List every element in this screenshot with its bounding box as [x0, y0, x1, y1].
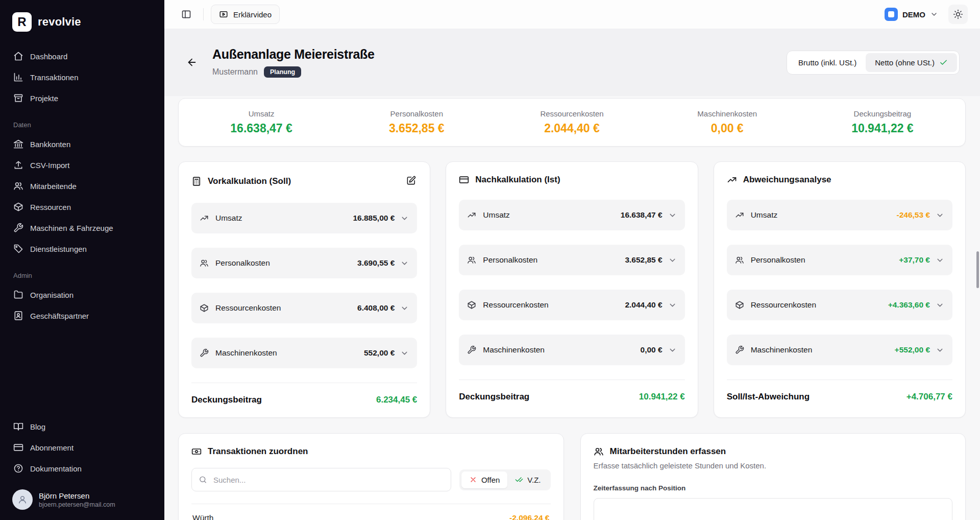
netto-toggle-button[interactable]: Netto (ohne USt.) — [866, 53, 957, 72]
package-icon — [200, 303, 209, 313]
row-value: 2.044,40 € — [625, 300, 662, 310]
revolvie-logo-icon: R — [12, 12, 32, 32]
row-label: Umsatz — [751, 210, 778, 220]
sidebar-item-maschinen-fahrzeuge[interactable]: Maschinen & Fahrzeuge — [8, 218, 156, 238]
sidebar-item-geschaeftspartner[interactable]: Geschäftspartner — [8, 305, 156, 326]
sidebar: R revolvie Dashboard Transaktionen Proje… — [0, 0, 164, 520]
precalc-row-maschinenkosten[interactable]: Maschinenkosten 552,00 € — [191, 338, 417, 368]
card-title: Transaktionen zuordnen — [208, 446, 308, 457]
main-area: Erklärvideo DEMO Außenanlage Meiereistra… — [164, 0, 980, 520]
sidebar-section-daten: Daten — [13, 121, 151, 129]
sidebar-nav: Dashboard Transaktionen Projekte Daten B… — [8, 46, 156, 326]
filter-vz-button[interactable]: V.Z. — [507, 471, 548, 488]
video-icon — [219, 10, 228, 19]
sidebar-item-projekte[interactable]: Projekte — [8, 88, 156, 108]
deviation-footer: Soll/Ist-Abweichung +4.706,77 € — [727, 380, 952, 402]
sidebar-toggle-button[interactable] — [177, 5, 196, 24]
org-name: DEMO — [902, 10, 925, 19]
sidebar-item-bankkonten[interactable]: Bankkonten — [8, 134, 156, 154]
users-icon — [467, 255, 476, 265]
stat-ressourcenkosten: Ressourcenkosten 2.044,40 € — [494, 109, 649, 135]
filter-offen-button[interactable]: Offen — [461, 471, 507, 488]
explainer-video-label: Erklärvideo — [233, 10, 272, 19]
postcalc-row-personalkosten[interactable]: Personalkosten 3.652,85 € — [459, 245, 684, 275]
deviation-row-ressourcenkosten[interactable]: Ressourcenkosten +4.363,60 € — [727, 290, 952, 320]
position-select[interactable] — [594, 498, 953, 520]
hours-subtitle: Erfasse tatsächlich geleistete Stunden u… — [594, 461, 953, 470]
wrench-icon — [735, 345, 744, 354]
deviation-row-personalkosten[interactable]: Personalkosten +37,70 € — [727, 245, 952, 275]
explainer-video-button[interactable]: Erklärvideo — [211, 5, 280, 24]
check-check-icon — [515, 476, 523, 484]
tax-toggle: Brutto (inkl. USt.) Netto (ohne USt.) — [787, 51, 960, 75]
transaction-row[interactable]: Würth -2.096,24 € — [191, 504, 551, 520]
page-header-left: Außenanlage Meiereistraße Mustermann Pla… — [183, 47, 375, 78]
sidebar-item-label: Dokumentation — [30, 464, 82, 473]
row-value: +4.363,60 € — [888, 300, 930, 310]
folder-icon — [13, 290, 23, 300]
title-block: Außenanlage Meiereistraße Mustermann Pla… — [212, 47, 375, 78]
user-info: Björn Petersen bjoern.petersen@mail.com — [39, 491, 115, 508]
postcalc-row-umsatz[interactable]: Umsatz 16.638,47 € — [459, 200, 684, 230]
sun-icon — [953, 9, 963, 19]
user-profile[interactable]: Björn Petersen bjoern.petersen@mail.com — [8, 484, 156, 510]
precalc-row-umsatz[interactable]: Umsatz 16.885,00 € — [191, 203, 417, 233]
theme-toggle-button[interactable] — [948, 5, 968, 24]
package-icon — [735, 300, 744, 310]
sidebar-item-dienstleistungen[interactable]: Dienstleistungen — [8, 239, 156, 259]
brutto-toggle-button[interactable]: Brutto (inkl. USt.) — [789, 53, 866, 72]
topbar: Erklärvideo DEMO — [164, 0, 980, 29]
trending-up-icon — [200, 214, 209, 223]
sidebar-item-label: Geschäftspartner — [30, 312, 89, 320]
stat-value: 3.652,85 € — [389, 122, 445, 135]
sidebar-item-organisation[interactable]: Organisation — [8, 285, 156, 305]
card-title: Mitarbeiterstunden erfassen — [610, 446, 726, 457]
sidebar-item-blog[interactable]: Blog — [8, 416, 156, 437]
sidebar-item-label: Mitarbeitende — [30, 182, 77, 191]
help-circle-icon — [13, 463, 23, 474]
users-icon — [13, 181, 23, 191]
search-input[interactable] — [191, 468, 451, 491]
revolvie-logo[interactable]: R revolvie — [8, 9, 156, 35]
footer-value: +4.706,77 € — [906, 392, 952, 402]
row-value: 0,00 € — [641, 345, 663, 354]
precalc-row-personalkosten[interactable]: Personalkosten 3.690,55 € — [191, 248, 417, 278]
stat-umsatz: Umsatz 16.638,47 € — [184, 109, 339, 135]
sidebar-item-mitarbeitende[interactable]: Mitarbeitende — [8, 176, 156, 196]
sidebar-item-ressourcen[interactable]: Ressourcen — [8, 197, 156, 217]
scrollbar[interactable] — [976, 251, 979, 288]
sidebar-item-label: CSV-Import — [30, 161, 70, 170]
topbar-divider — [203, 8, 204, 20]
postcalc-row-maschinenkosten[interactable]: Maschinenkosten 0,00 € — [459, 335, 684, 365]
stat-label: Maschinenkosten — [697, 109, 757, 118]
bottom-grid: Transaktionen zuordnen Offen — [178, 433, 966, 520]
deviation-row-umsatz[interactable]: Umsatz -246,53 € — [727, 200, 952, 230]
transactions-card-header: Transaktionen zuordnen — [191, 446, 551, 457]
postcalc-row-ressourcenkosten[interactable]: Ressourcenkosten 2.044,40 € — [459, 290, 684, 320]
trending-up-icon — [727, 175, 737, 185]
precalc-footer: Deckungsbeitrag 6.234,45 € — [191, 383, 417, 405]
wrench-icon — [13, 223, 23, 233]
upload-icon — [13, 160, 23, 170]
sidebar-item-transaktionen[interactable]: Transaktionen — [8, 67, 156, 87]
sidebar-item-csv-import[interactable]: CSV-Import — [8, 155, 156, 175]
precalc-row-ressourcenkosten[interactable]: Ressourcenkosten 6.408,00 € — [191, 293, 417, 323]
edit-precalc-button[interactable] — [405, 175, 417, 188]
calculator-icon — [191, 176, 202, 186]
row-label: Maschinenkosten — [483, 345, 545, 354]
sidebar-item-abonnement[interactable]: Abonnement — [8, 437, 156, 458]
row-value: 552,00 € — [364, 348, 395, 358]
back-button[interactable] — [183, 53, 201, 72]
sidebar-item-dashboard[interactable]: Dashboard — [8, 46, 156, 66]
app-root: R revolvie Dashboard Transaktionen Proje… — [0, 0, 980, 520]
footer-label: Soll/Ist-Abweichung — [727, 392, 810, 402]
stat-deckungsbeitrag: Deckungsbeitrag 10.941,22 € — [805, 109, 960, 135]
user-email: bjoern.petersen@mail.com — [39, 501, 115, 508]
content: Umsatz 16.638,47 € Personalkosten 3.652,… — [164, 96, 980, 520]
chevron-down-icon — [930, 10, 938, 18]
sidebar-item-dokumentation[interactable]: Dokumentation — [8, 458, 156, 479]
org-switcher[interactable]: DEMO — [881, 7, 941, 21]
transaction-amount: -2.096,24 € — [509, 513, 549, 520]
stat-value: 10.941,22 € — [851, 122, 914, 135]
deviation-row-maschinenkosten[interactable]: Maschinenkosten +552,00 € — [727, 335, 952, 365]
